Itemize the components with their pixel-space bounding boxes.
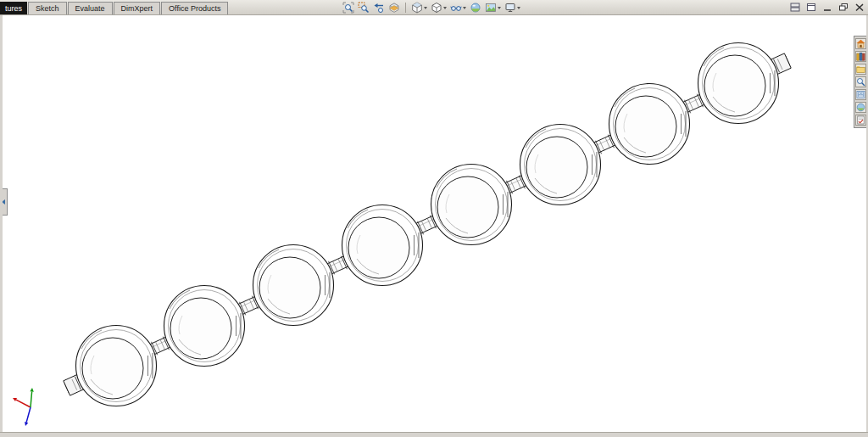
new-window-icon[interactable] — [806, 3, 816, 12]
tab-office-products[interactable]: Office Products — [161, 2, 228, 14]
zoom-to-fit-icon[interactable] — [342, 2, 355, 14]
tab-features[interactable]: tures — [0, 2, 27, 14]
search-icon[interactable] — [855, 76, 866, 87]
tab-dimxpert[interactable]: DimXpert — [114, 2, 161, 14]
model-viewport[interactable] — [3, 15, 866, 432]
chevron-down-icon — [517, 7, 520, 9]
close-icon[interactable] — [854, 3, 865, 12]
tab-evaluate[interactable]: Evaluate — [68, 2, 113, 14]
view-settings-icon[interactable] — [504, 2, 521, 14]
bead[interactable] — [253, 245, 334, 326]
bead[interactable] — [520, 125, 601, 205]
zoom-to-area-icon[interactable] — [357, 2, 370, 14]
display-style-icon[interactable] — [430, 2, 448, 14]
top-toolbar: tures Sketch Evaluate DimXpert Office Pr… — [0, 0, 868, 15]
section-view-icon[interactable] — [387, 2, 401, 14]
bead[interactable] — [164, 286, 245, 367]
bead[interactable] — [76, 326, 157, 406]
custom-properties-icon[interactable] — [855, 115, 866, 126]
solidworks-resources-icon[interactable] — [855, 38, 866, 49]
tab-sketch[interactable]: Sketch — [28, 2, 67, 14]
commandmanager-tabs: tures Sketch Evaluate DimXpert Office Pr… — [0, 1, 229, 14]
chevron-down-icon — [424, 7, 427, 9]
arrange-windows-icon[interactable] — [790, 3, 800, 12]
view-orientation-icon[interactable] — [410, 2, 428, 14]
bead[interactable] — [609, 84, 690, 165]
chevron-down-icon — [463, 7, 466, 9]
hide-show-items-icon[interactable] — [449, 2, 467, 14]
window-edge-left — [0, 15, 3, 437]
view-palette-icon[interactable] — [855, 89, 866, 100]
chevron-down-icon — [443, 7, 447, 9]
toolbar-separator — [405, 3, 406, 13]
minimize-icon[interactable] — [822, 3, 832, 12]
graphics-area[interactable] — [3, 15, 866, 432]
window-edge-bottom — [0, 432, 868, 437]
appearances-scenes-icon[interactable] — [855, 102, 866, 113]
design-library-icon[interactable] — [855, 51, 866, 62]
window-controls — [790, 3, 865, 12]
heads-up-view-toolbar — [342, 1, 521, 14]
bead[interactable] — [698, 43, 779, 124]
bead[interactable] — [431, 165, 512, 245]
file-explorer-icon[interactable] — [855, 64, 866, 75]
edit-appearance-icon[interactable] — [469, 2, 482, 14]
apply-scene-icon[interactable] — [484, 2, 502, 14]
chevron-down-icon — [498, 7, 501, 9]
restore-icon[interactable] — [838, 3, 849, 12]
previous-view-icon[interactable] — [372, 2, 386, 14]
reference-triad — [13, 388, 34, 426]
task-pane — [854, 36, 866, 128]
bead[interactable] — [342, 205, 423, 286]
